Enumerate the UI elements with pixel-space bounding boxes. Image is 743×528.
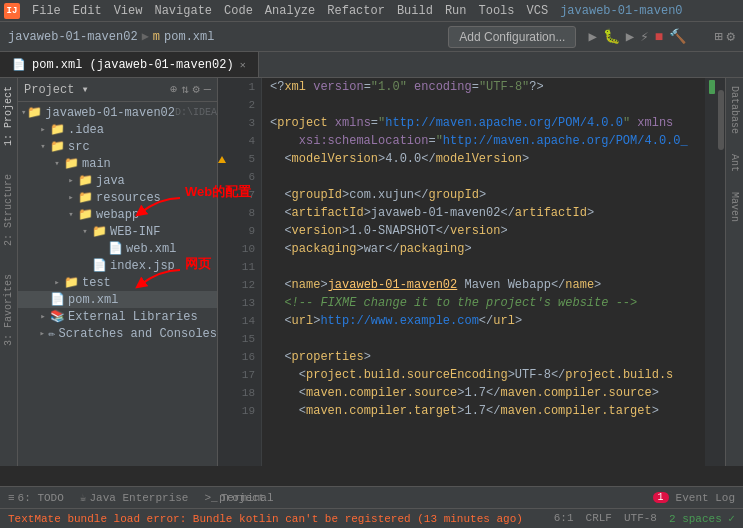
menu-tools[interactable]: Tools xyxy=(473,2,521,20)
sidebar-item-database[interactable]: Database xyxy=(727,82,742,138)
line-num-7: 7 xyxy=(226,186,261,204)
build-icon[interactable]: 🔨 xyxy=(669,28,686,45)
editor-gutter xyxy=(218,78,226,466)
menu-code[interactable]: Code xyxy=(218,2,259,20)
code-line-1: <?xml version="1.0" encoding="UTF-8"?> xyxy=(270,78,705,96)
line-num-14: 14 xyxy=(226,312,261,330)
scrollbar-thumb[interactable] xyxy=(718,90,724,150)
settings-icon[interactable]: ⚙ xyxy=(727,28,735,45)
tree-title: Project ▾ xyxy=(24,82,166,97)
list-item[interactable]: ▸ 📁 java xyxy=(18,172,217,189)
code-line-14: <url>http://www.example.com</url> xyxy=(270,312,705,330)
arrow-icon: ▸ xyxy=(36,311,50,322)
tab-pom-xml[interactable]: 📄 pom.xml (javaweb-01-maven02) ✕ xyxy=(0,52,259,77)
list-item[interactable]: ▾ 📁 webapp xyxy=(18,206,217,223)
code-line-2 xyxy=(270,96,705,114)
tab-bar: 📄 pom.xml (javaweb-01-maven02) ✕ xyxy=(0,52,743,78)
bottom-tab-java-enterprise[interactable]: ☕ Java Enterprise xyxy=(80,491,189,504)
arrow-icon: ▸ xyxy=(50,277,64,288)
sidebar-item-favorites[interactable]: 3: Favorites xyxy=(1,270,16,350)
cursor-position: 6:1 xyxy=(554,512,574,525)
folder-icon: 📁 xyxy=(92,224,107,239)
bookmark-icon[interactable]: ⊞ xyxy=(714,28,722,45)
sidebar-item-ant[interactable]: Ant xyxy=(727,150,742,176)
arrow-icon: ▾ xyxy=(78,226,92,237)
tree-settings-icon[interactable]: ⚙ xyxy=(193,82,200,97)
code-editor[interactable]: 1 2 3 4 5 6 7 8 9 10 11 12 13 14 15 16 1… xyxy=(218,78,725,466)
folder-icon: 📁 xyxy=(27,105,42,120)
line-num-15: 15 xyxy=(226,330,261,348)
encoding-label: UTF-8 xyxy=(624,512,657,525)
debug-icon[interactable]: 🐛 xyxy=(603,28,620,45)
tree-sync-icon[interactable]: ⊕ xyxy=(170,82,177,97)
line-num-10: 10 xyxy=(226,240,261,258)
list-item[interactable]: 📄 pom.xml xyxy=(18,291,217,308)
project-tree: Project ▾ ⊕ ⇅ ⚙ — ▾ 📁 javaweb-01-maven02… xyxy=(18,78,218,466)
list-item[interactable]: 📄 web.xml xyxy=(18,240,217,257)
breadcrumb-file-name: pom.xml xyxy=(164,30,214,44)
arrow-icon: ▾ xyxy=(20,107,27,118)
sidebar-item-structure[interactable]: 2: Structure xyxy=(1,170,16,250)
add-configuration-button[interactable]: Add Configuration... xyxy=(448,26,576,48)
tab-xml-icon: 📄 xyxy=(12,58,26,71)
list-item[interactable]: ▸ ✏ Scratches and Consoles xyxy=(18,325,217,342)
stop-icon[interactable]: ■ xyxy=(655,29,663,45)
menu-edit[interactable]: Edit xyxy=(67,2,108,20)
gutter-marker-17 xyxy=(218,366,226,384)
menu-vcs[interactable]: VCS xyxy=(521,2,555,20)
app-logo: IJ xyxy=(4,3,20,19)
status-message: TextMate bundle load error: Bundle kotli… xyxy=(8,513,546,525)
list-item[interactable]: ▾ 📁 main xyxy=(18,155,217,172)
tree-close-icon[interactable]: — xyxy=(204,83,211,97)
line-num-6: 6 xyxy=(226,168,261,186)
sidebar-item-maven[interactable]: Maven xyxy=(727,188,742,226)
list-item[interactable]: 📄 index.jsp xyxy=(18,257,217,274)
todo-icon: ≡ xyxy=(8,492,15,504)
sidebar-item-project[interactable]: 1: Project xyxy=(1,82,16,150)
code-line-13: <!-- FIXME change it to the project's we… xyxy=(270,294,705,312)
arrow-icon: ▾ xyxy=(64,209,78,220)
gutter-marker-5 xyxy=(218,150,226,168)
code-line-17: <project.build.sourceEncoding>UTF-8</pro… xyxy=(270,366,705,384)
list-item[interactable]: ▸ 📁 .idea xyxy=(18,121,217,138)
line-num-9: 9 xyxy=(226,222,261,240)
line-num-16: 16 xyxy=(226,348,261,366)
tree-expand-icon[interactable]: ⇅ xyxy=(181,82,188,97)
run-icon[interactable]: ▶ xyxy=(588,28,596,45)
bottom-toolbar: ≡ 6: TODO ☕ Java Enterprise >_ Terminal … xyxy=(0,486,743,508)
menu-analyze[interactable]: Analyze xyxy=(259,2,321,20)
menu-build[interactable]: Build xyxy=(391,2,439,20)
list-item[interactable]: ▸ 📁 test xyxy=(18,274,217,291)
status-bar: TextMate bundle load error: Bundle kotli… xyxy=(0,508,743,528)
tree-item-label: Scratches and Consoles xyxy=(59,327,217,341)
menu-view[interactable]: View xyxy=(108,2,149,20)
code-line-6 xyxy=(270,168,705,186)
profile-icon[interactable]: ⚡ xyxy=(640,28,648,45)
code-line-4: xsi:schemaLocation="http://maven.apache.… xyxy=(270,132,705,150)
line-num-1: 1 xyxy=(226,78,261,96)
menu-refactor[interactable]: Refactor xyxy=(321,2,391,20)
toolbar-run-icons: ▶ 🐛 ▶ ⚡ ■ 🔨 xyxy=(588,28,686,45)
menu-navigate[interactable]: Navigate xyxy=(148,2,218,20)
list-item[interactable]: ▸ 📁 resources xyxy=(18,189,217,206)
tree-content: ▾ 📁 javaweb-01-maven02 D:\IDEA ▸ 📁 .idea… xyxy=(18,102,217,466)
line-num-3: 3 xyxy=(226,114,261,132)
coverage-icon[interactable]: ▶ xyxy=(626,28,634,45)
tab-close-icon[interactable]: ✕ xyxy=(240,59,246,71)
tree-item-label: javaweb-01-maven02 xyxy=(45,106,175,120)
menu-file[interactable]: File xyxy=(26,2,67,20)
list-item[interactable]: ▾ 📁 WEB-INF xyxy=(18,223,217,240)
list-item[interactable]: ▾ 📁 javaweb-01-maven02 D:\IDEA xyxy=(18,104,217,121)
line-num-12: 12 xyxy=(226,276,261,294)
menu-project-title: javaweb-01-maven0 xyxy=(554,2,688,20)
breadcrumb-project: javaweb-01-maven02 xyxy=(8,30,138,44)
menu-run[interactable]: Run xyxy=(439,2,473,20)
list-item[interactable]: ▾ 📁 src xyxy=(18,138,217,155)
list-item[interactable]: ▸ 📚 External Libraries xyxy=(18,308,217,325)
event-log-button[interactable]: 1 Event Log xyxy=(653,492,735,504)
arrow-icon: ▾ xyxy=(36,141,50,152)
terminal-icon: >_ xyxy=(204,492,217,504)
bottom-tab-todo[interactable]: ≡ 6: TODO xyxy=(8,492,64,504)
line-ending: CRLF xyxy=(586,512,612,525)
editor-scrollbar[interactable] xyxy=(717,78,725,466)
